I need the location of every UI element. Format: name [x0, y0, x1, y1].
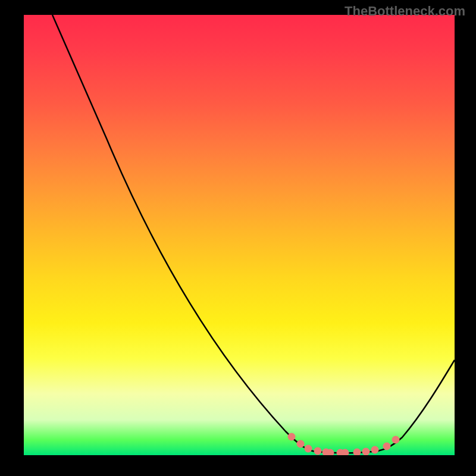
curve-marker	[314, 447, 322, 455]
curve-marker	[305, 445, 312, 453]
curve-marker	[371, 446, 379, 454]
bottleneck-curve	[52, 15, 455, 453]
plot-area	[24, 15, 455, 455]
curve-marker	[383, 443, 391, 450]
watermark-text: TheBottleneck.com	[345, 4, 465, 19]
marker-group	[288, 433, 400, 456]
curve-marker	[288, 433, 296, 441]
curve-marker	[392, 436, 400, 444]
plot-svg	[24, 15, 455, 455]
curve-marker	[362, 448, 370, 456]
chart-container: TheBottleneck.com	[0, 0, 476, 476]
curve-marker	[297, 440, 305, 448]
curve-marker	[353, 449, 361, 456]
